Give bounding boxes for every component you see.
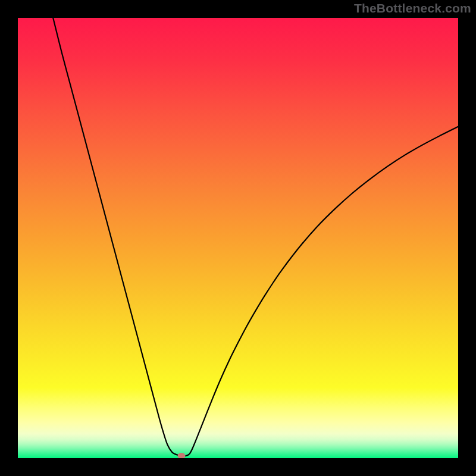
attribution-text: TheBottleneck.com — [354, 1, 471, 15]
chart-container: TheBottleneck.com — [0, 0, 476, 476]
optimum-marker — [178, 453, 186, 458]
bottleneck-curve — [18, 18, 458, 458]
plot-area — [18, 18, 458, 458]
